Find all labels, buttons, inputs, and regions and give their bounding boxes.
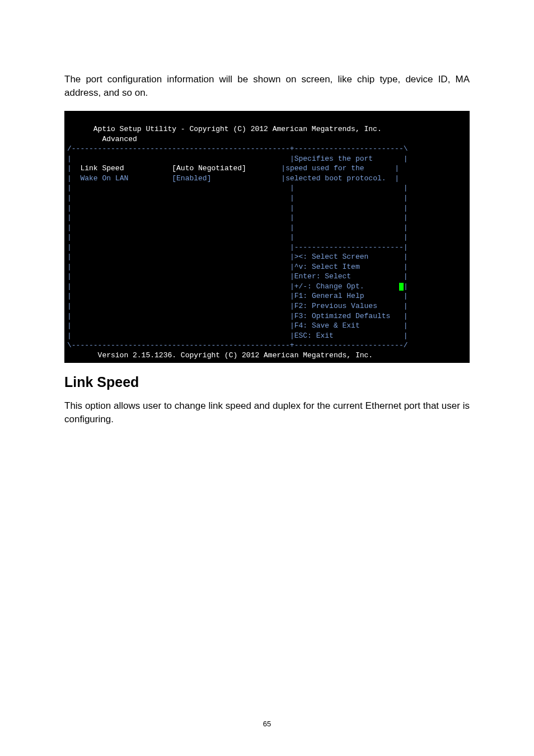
- bios-help-line2: speed used for the: [285, 164, 364, 172]
- bios-key-6: F3: Optimized Defaults: [294, 312, 391, 320]
- bios-item-wol-label[interactable]: Wake On LAN: [80, 174, 128, 183]
- page-number: 65: [0, 720, 534, 728]
- bios-key-1: ^v: Select Item: [294, 263, 360, 271]
- bios-item-linkspeed-label[interactable]: Link Speed: [80, 164, 124, 172]
- bios-help-line1: Specifies the port: [294, 155, 373, 163]
- bios-key-8: ESC: Exit: [294, 332, 334, 340]
- bios-item-wol-value[interactable]: [Enabled]: [172, 174, 211, 183]
- bios-key-5: F2: Previous Values: [294, 302, 377, 310]
- bios-footer: Version 2.15.1236. Copyright (C) 2012 Am…: [67, 351, 373, 360]
- bios-tab-advanced: Advanced: [67, 135, 137, 143]
- bios-key-0: ><: Select Screen: [294, 253, 369, 261]
- bios-screenshot: Aptio Setup Utility - Copyright (C) 2012…: [64, 111, 470, 363]
- cursor-block-icon: [399, 283, 404, 291]
- intro-paragraph: The port configuration information will …: [64, 73, 470, 100]
- bios-key-2: Enter: Select: [294, 272, 351, 281]
- bios-header: Aptio Setup Utility - Copyright (C) 2012…: [67, 125, 382, 133]
- section-title-link-speed: Link Speed: [64, 374, 470, 390]
- bios-item-linkspeed-value[interactable]: [Auto Negotiated]: [172, 164, 246, 172]
- bios-help-line3: selected boot protocol.: [285, 174, 386, 183]
- bios-key-4: F1: General Help: [294, 292, 364, 300]
- bios-key-3: +/-: Change Opt.: [294, 282, 364, 291]
- bios-key-7: F4: Save & Exit: [294, 321, 360, 330]
- section-body: This option allows user to change link s…: [64, 399, 470, 426]
